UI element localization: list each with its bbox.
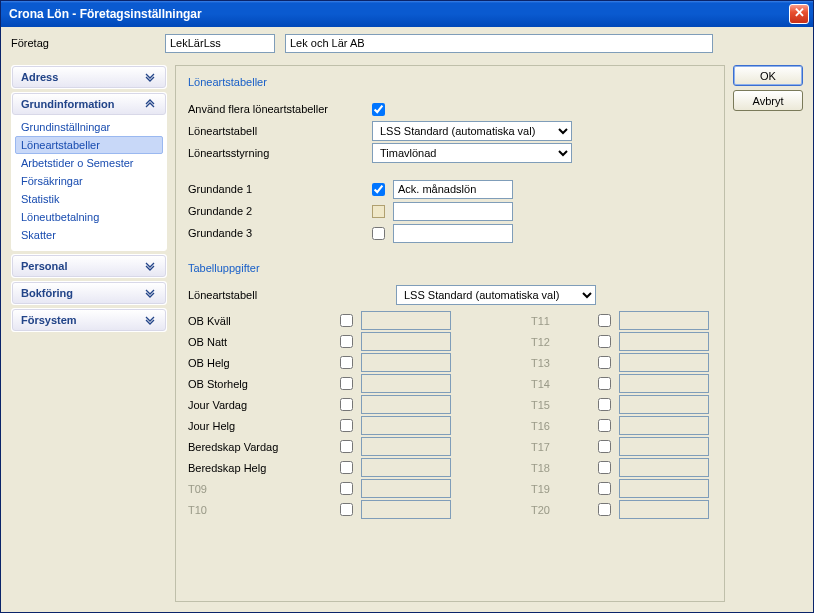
row-checkbox-left[interactable]: [340, 314, 353, 327]
sidebar: Adress Grundinformation Grundinställning…: [11, 65, 167, 602]
row-checkbox-left[interactable]: [340, 419, 353, 432]
row-checkbox-right[interactable]: [598, 356, 611, 369]
row-value-left[interactable]: [361, 353, 451, 372]
nav-header-label: Försystem: [21, 314, 143, 326]
chevron-down-icon: [143, 70, 157, 84]
row-label-right: T14: [483, 378, 597, 390]
close-button[interactable]: ✕: [789, 4, 809, 24]
row-checkbox-right[interactable]: [598, 440, 611, 453]
row-label-right: T11: [483, 315, 597, 327]
table-row: Jour VardagT15: [188, 394, 712, 415]
row-value-right[interactable]: [619, 416, 709, 435]
right-column: OK Avbryt: [733, 65, 803, 602]
company-code-input[interactable]: [165, 34, 275, 53]
row-value-left[interactable]: [361, 374, 451, 393]
row-label-left: T10: [188, 504, 340, 516]
loneartstabell-select[interactable]: LSS Standard (automatiska val): [372, 121, 572, 141]
grundande2-input[interactable]: [393, 202, 513, 221]
company-label: Företag: [11, 37, 163, 49]
row-value-right[interactable]: [619, 374, 709, 393]
titlebar: Crona Lön - Företagsinställningar ✕: [1, 1, 813, 27]
row-value-right[interactable]: [619, 479, 709, 498]
tabell-table-select[interactable]: LSS Standard (automatiska val): [396, 285, 596, 305]
row-checkbox-left[interactable]: [340, 503, 353, 516]
row-label-right: T15: [483, 399, 597, 411]
grundande3-label: Grundande 3: [188, 227, 372, 239]
grundande2-checkbox[interactable]: [372, 205, 385, 218]
table-row: Beredskap HelgT18: [188, 457, 712, 478]
cancel-button[interactable]: Avbryt: [733, 90, 803, 111]
row-label-right: T13: [483, 357, 597, 369]
grundande3-input[interactable]: [393, 224, 513, 243]
styrning-select[interactable]: Timavlönad: [372, 143, 572, 163]
row-value-left[interactable]: [361, 479, 451, 498]
sidebar-item-skatter[interactable]: Skatter: [15, 226, 163, 244]
styrning-label: Löneartsstyrning: [188, 147, 372, 159]
row-checkbox-right[interactable]: [598, 461, 611, 474]
nav-section-grundinformation: Grundinformation Grundinställningar Löne…: [11, 92, 167, 251]
company-name-input[interactable]: [285, 34, 713, 53]
grundande3-checkbox[interactable]: [372, 227, 385, 240]
use-multi-label: Använd flera löneartstabeller: [188, 103, 372, 115]
row-label-right: T18: [483, 462, 597, 474]
row-checkbox-right[interactable]: [598, 314, 611, 327]
table-row: OB KvällT11: [188, 310, 712, 331]
row-checkbox-left[interactable]: [340, 440, 353, 453]
row-grundande-1: Grundande 1: [188, 178, 712, 200]
row-checkbox-right[interactable]: [598, 398, 611, 411]
tabell-table-label: Löneartstabell: [188, 289, 396, 301]
nav-header-bokforing[interactable]: Bokföring: [12, 282, 166, 304]
sidebar-item-statistik[interactable]: Statistik: [15, 190, 163, 208]
grundande1-input[interactable]: [393, 180, 513, 199]
row-label-left: Beredskap Helg: [188, 462, 340, 474]
sidebar-item-arbetstider[interactable]: Arbetstider o Semester: [15, 154, 163, 172]
row-value-left[interactable]: [361, 395, 451, 414]
table-rows: OB KvällT11OB NattT12OB HelgT13OB Storhe…: [188, 310, 712, 520]
row-label-right: T12: [483, 336, 597, 348]
nav-header-grundinformation[interactable]: Grundinformation: [12, 93, 166, 115]
nav-header-label: Personal: [21, 260, 143, 272]
row-value-left[interactable]: [361, 311, 451, 330]
row-loneartstabell: Löneartstabell LSS Standard (automatiska…: [188, 120, 712, 142]
loneartstabell-label: Löneartstabell: [188, 125, 372, 137]
sidebar-item-loneartstabeller[interactable]: Löneartstabeller: [15, 136, 163, 154]
row-checkbox-left[interactable]: [340, 482, 353, 495]
row-value-left[interactable]: [361, 332, 451, 351]
row-checkbox-left[interactable]: [340, 335, 353, 348]
row-value-right[interactable]: [619, 437, 709, 456]
nav-section-bokforing: Bokföring: [11, 281, 167, 305]
sidebar-item-grundinstallningar[interactable]: Grundinställningar: [15, 118, 163, 136]
row-value-right[interactable]: [619, 458, 709, 477]
row-checkbox-right[interactable]: [598, 482, 611, 495]
row-value-left[interactable]: [361, 500, 451, 519]
row-checkbox-left[interactable]: [340, 377, 353, 390]
row-checkbox-left[interactable]: [340, 461, 353, 474]
ok-button[interactable]: OK: [733, 65, 803, 86]
row-checkbox-right[interactable]: [598, 335, 611, 348]
row-checkbox-right[interactable]: [598, 419, 611, 432]
row-value-left[interactable]: [361, 416, 451, 435]
grundande1-label: Grundande 1: [188, 183, 372, 195]
nav-header-adress[interactable]: Adress: [12, 66, 166, 88]
row-value-right[interactable]: [619, 311, 709, 330]
row-value-left[interactable]: [361, 458, 451, 477]
row-checkbox-right[interactable]: [598, 503, 611, 516]
grundande1-checkbox[interactable]: [372, 183, 385, 196]
row-checkbox-right[interactable]: [598, 377, 611, 390]
row-checkbox-left[interactable]: [340, 398, 353, 411]
row-value-right[interactable]: [619, 353, 709, 372]
row-value-right[interactable]: [619, 395, 709, 414]
sidebar-item-loneutbetalning[interactable]: Löneutbetalning: [15, 208, 163, 226]
row-value-left[interactable]: [361, 437, 451, 456]
use-multi-checkbox[interactable]: [372, 103, 385, 116]
nav-header-personal[interactable]: Personal: [12, 255, 166, 277]
chevron-down-icon: [143, 259, 157, 273]
sidebar-item-forsakringar[interactable]: Försäkringar: [15, 172, 163, 190]
row-value-right[interactable]: [619, 500, 709, 519]
row-checkbox-left[interactable]: [340, 356, 353, 369]
row-value-right[interactable]: [619, 332, 709, 351]
nav-header-forsystem[interactable]: Försystem: [12, 309, 166, 331]
row-label-right: T20: [483, 504, 597, 516]
chevron-down-icon: [143, 286, 157, 300]
row-label-right: T19: [483, 483, 597, 495]
